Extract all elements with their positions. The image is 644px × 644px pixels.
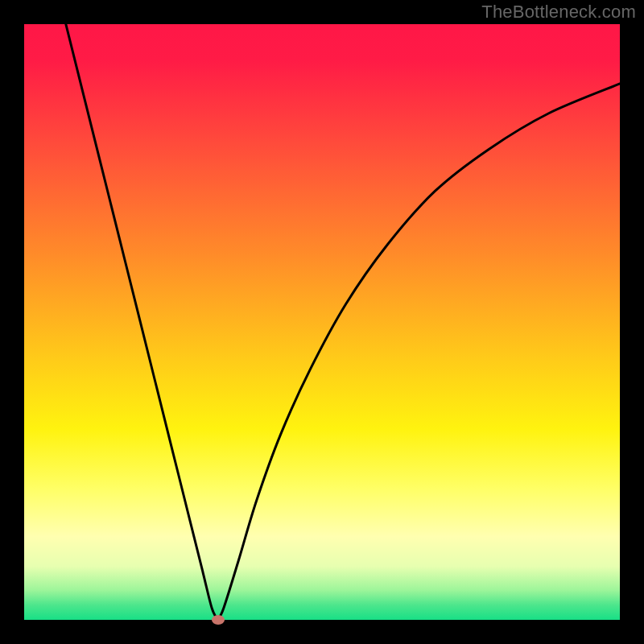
optimal-point-marker — [212, 615, 225, 625]
chart-frame: TheBottleneck.com — [0, 0, 644, 644]
watermark-text: TheBottleneck.com — [481, 2, 636, 23]
bottleneck-curve — [66, 24, 620, 620]
curve-layer — [24, 24, 620, 620]
plot-area — [24, 24, 620, 620]
